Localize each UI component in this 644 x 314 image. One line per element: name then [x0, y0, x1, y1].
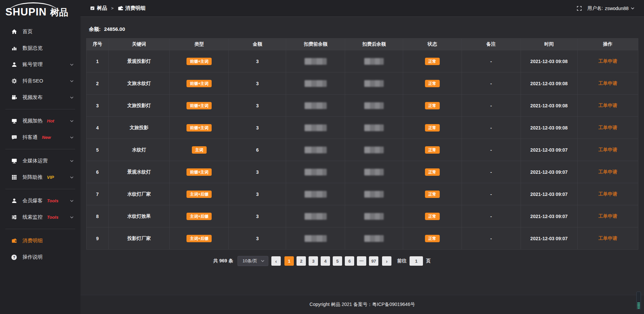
- question-icon: ?: [11, 255, 17, 260]
- redacted-value: [305, 191, 327, 198]
- status-cell: 正常: [403, 72, 462, 95]
- action-cell: 工单申请: [577, 139, 638, 161]
- sidebar-item-consumption-detail[interactable]: 消费明细: [0, 232, 80, 249]
- work-order-link[interactable]: 工单申请: [598, 169, 617, 174]
- column-header: 时间: [521, 39, 577, 50]
- sidebar-item-account-manage[interactable]: 账号管理: [0, 56, 80, 73]
- sidebar-item-label: 抖客通: [22, 134, 38, 141]
- column-header: 关键词: [108, 39, 170, 50]
- amount-cell: 3: [229, 50, 286, 72]
- balance-value: 24856.00: [104, 26, 125, 32]
- total-count: 共 969 条: [213, 258, 233, 264]
- balance-before-cell: [286, 139, 345, 161]
- app-icon: [90, 6, 95, 11]
- scroll-widget[interactable]: [636, 292, 641, 310]
- status-badge: 正常: [425, 102, 440, 109]
- column-header: 类型: [170, 39, 229, 50]
- page-button-1[interactable]: 1: [284, 256, 294, 266]
- index-cell: 4: [87, 117, 109, 139]
- copyright-text: Copyright 树品 2021 备案号：粤ICP备09019646号: [310, 302, 415, 308]
- column-header: 操作: [577, 39, 638, 50]
- redacted-value: [305, 80, 327, 87]
- amount-cell: 3: [229, 72, 286, 95]
- type-badge: 主词: [192, 146, 207, 154]
- sidebar-item-badge: Tools: [47, 198, 58, 203]
- redacted-value: [364, 235, 384, 242]
- status-cell: 正常: [403, 161, 462, 183]
- index-cell: 2: [87, 72, 109, 95]
- page-button-6[interactable]: 6: [345, 256, 354, 266]
- balance-after-cell: [345, 205, 403, 227]
- chevron-down-icon: [70, 175, 74, 179]
- video-camera-icon: [11, 95, 17, 100]
- next-page-button[interactable]: ›: [382, 256, 391, 266]
- work-order-link[interactable]: 工单申请: [598, 125, 617, 130]
- sidebar-item-douyin-seo[interactable]: 抖音SEO: [0, 73, 80, 89]
- sidebar-item-home[interactable]: 首页: [0, 23, 80, 40]
- fullscreen-icon[interactable]: [577, 6, 582, 11]
- sidebar-item-video-publish[interactable]: 视频发布: [0, 89, 80, 106]
- type-badge: 主词+后缀: [186, 213, 212, 220]
- work-order-link[interactable]: 工单申请: [598, 103, 617, 108]
- goto-prefix: 前往: [397, 258, 407, 264]
- work-order-link[interactable]: 工单申请: [598, 58, 617, 64]
- status-badge: 正常: [425, 191, 440, 198]
- sidebar-item-member-baoke[interactable]: 会员爆客Tools: [0, 193, 80, 209]
- sidebar-item-data-overview[interactable]: 数据总览: [0, 40, 80, 56]
- breadcrumb-home[interactable]: 树品: [90, 5, 107, 11]
- status-cell: 正常: [403, 205, 462, 227]
- page-button-97[interactable]: 97: [369, 256, 378, 266]
- status-cell: 正常: [403, 139, 462, 161]
- redacted-value: [305, 169, 327, 175]
- page-size-select[interactable]: 10条/页: [237, 256, 268, 266]
- status-badge: 正常: [425, 80, 440, 87]
- time-cell: 2021-12-03 09:07: [521, 227, 577, 250]
- amount-cell: 3: [229, 227, 286, 250]
- work-order-link[interactable]: 工单申请: [598, 147, 617, 152]
- balance: 余额: 24856.00: [89, 26, 638, 33]
- page-button-5[interactable]: 5: [333, 256, 342, 266]
- user-menu[interactable]: 用户名: zswodun88: [587, 5, 635, 11]
- username: zswodun88: [605, 6, 629, 11]
- page-button-4[interactable]: 4: [321, 256, 330, 266]
- type-badge: 前缀+主词: [186, 80, 212, 87]
- type-badge: 前缀+主词: [186, 168, 212, 176]
- sidebar-item-video-heat[interactable]: 视频加热Hot: [0, 113, 80, 129]
- redacted-value: [364, 191, 384, 198]
- page-button-3[interactable]: 3: [309, 256, 318, 266]
- sidebar-item-media-operation[interactable]: 全媒体运营: [0, 153, 80, 169]
- balance-before-cell: [286, 72, 345, 95]
- page-ellipsis-button[interactable]: •••: [357, 256, 366, 266]
- goto-page-input[interactable]: [410, 256, 423, 266]
- table-row: 2文旅水纹灯前缀+主词3正常-2021-12-03 09:08工单申请: [87, 72, 638, 95]
- balance-after-cell: [345, 117, 403, 139]
- breadcrumb-current: 消费明细: [118, 5, 146, 11]
- work-order-link[interactable]: 工单申请: [598, 213, 617, 219]
- work-order-link[interactable]: 工单申请: [598, 81, 617, 86]
- action-cell: 工单申请: [577, 117, 638, 139]
- redacted-value: [364, 102, 384, 109]
- sidebar-item-clue-monitor[interactable]: 线索监控Tools: [0, 209, 80, 225]
- balance-before-cell: [286, 183, 345, 205]
- page-button-2[interactable]: 2: [297, 256, 306, 266]
- prev-page-button[interactable]: ‹: [271, 256, 281, 266]
- balance-after-cell: [345, 95, 403, 117]
- sidebar-item-douketong[interactable]: 抖客通New: [0, 129, 80, 146]
- redacted-value: [305, 124, 327, 131]
- sidebar-item-label: 消费明细: [22, 238, 43, 244]
- column-header: 金额: [229, 39, 286, 50]
- redacted-value: [364, 213, 384, 220]
- remark-cell: -: [462, 161, 521, 183]
- sidebar-item-matrix-boost[interactable]: 矩阵助推VIP: [0, 169, 80, 186]
- balance-before-cell: [286, 161, 345, 183]
- work-order-link[interactable]: 工单申请: [598, 235, 617, 241]
- table-row: 8水纹灯效果主词+后缀3正常-2021-12-03 09:07工单申请: [87, 205, 638, 227]
- sidebar-divider: [5, 189, 75, 189]
- sidebar-item-label: 全媒体运营: [22, 158, 48, 164]
- chevron-down-icon: [70, 63, 74, 67]
- remark-cell: -: [462, 95, 521, 117]
- time-cell: 2021-12-03 09:08: [521, 117, 577, 139]
- work-order-link[interactable]: 工单申请: [598, 191, 617, 197]
- goto-page: 前往 页: [397, 256, 431, 266]
- status-badge: 正常: [425, 58, 440, 65]
